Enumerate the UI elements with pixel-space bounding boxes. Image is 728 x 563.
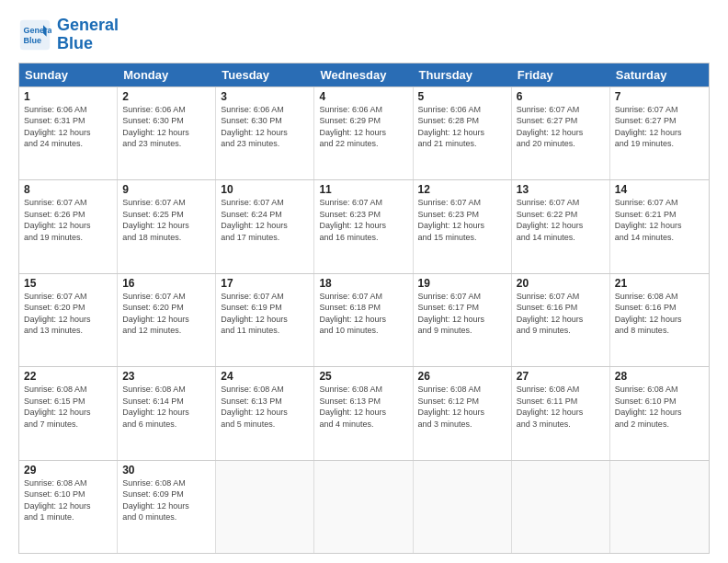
- day-info: Sunrise: 6:06 AMSunset: 6:30 PMDaylight:…: [122, 104, 210, 150]
- day-number: 13: [517, 183, 605, 196]
- day-info: Sunrise: 6:06 AMSunset: 6:31 PMDaylight:…: [24, 104, 112, 150]
- calendar: SundayMondayTuesdayWednesdayThursdayFrid…: [18, 63, 710, 554]
- day-info: Sunrise: 6:07 AMSunset: 6:27 PMDaylight:…: [517, 104, 605, 150]
- day-cell-12: 12 Sunrise: 6:07 AMSunset: 6:23 PMDaylig…: [414, 180, 512, 272]
- calendar-row-4: 22 Sunrise: 6:08 AMSunset: 6:15 PMDaylig…: [19, 366, 709, 459]
- empty-cell: [414, 461, 512, 553]
- day-cell-17: 17 Sunrise: 6:07 AMSunset: 6:19 PMDaylig…: [216, 274, 314, 366]
- day-info: Sunrise: 6:07 AMSunset: 6:24 PMDaylight:…: [221, 197, 309, 243]
- day-cell-11: 11 Sunrise: 6:07 AMSunset: 6:23 PMDaylig…: [314, 180, 413, 272]
- logo-text: General Blue: [57, 17, 119, 53]
- header-day-friday: Friday: [512, 63, 610, 86]
- day-info: Sunrise: 6:08 AMSunset: 6:14 PMDaylight:…: [122, 384, 210, 430]
- day-info: Sunrise: 6:07 AMSunset: 6:21 PMDaylight:…: [615, 197, 704, 243]
- day-number: 24: [221, 370, 309, 383]
- day-number: 25: [319, 370, 407, 383]
- day-cell-29: 29 Sunrise: 6:08 AMSunset: 6:10 PMDaylig…: [19, 461, 118, 553]
- day-cell-7: 7 Sunrise: 6:07 AMSunset: 6:27 PMDayligh…: [610, 87, 709, 179]
- calendar-header: SundayMondayTuesdayWednesdayThursdayFrid…: [19, 63, 709, 86]
- day-number: 10: [221, 183, 309, 196]
- day-cell-28: 28 Sunrise: 6:08 AMSunset: 6:10 PMDaylig…: [610, 367, 709, 459]
- svg-text:General: General: [23, 26, 51, 35]
- day-info: Sunrise: 6:07 AMSunset: 6:23 PMDaylight:…: [319, 197, 407, 243]
- day-cell-25: 25 Sunrise: 6:08 AMSunset: 6:13 PMDaylig…: [314, 367, 413, 459]
- calendar-row-2: 8 Sunrise: 6:07 AMSunset: 6:26 PMDayligh…: [19, 179, 709, 272]
- empty-cell: [610, 461, 709, 553]
- day-number: 19: [418, 277, 506, 290]
- day-info: Sunrise: 6:06 AMSunset: 6:30 PMDaylight:…: [221, 104, 309, 150]
- day-info: Sunrise: 6:07 AMSunset: 6:25 PMDaylight:…: [122, 197, 210, 243]
- day-number: 14: [615, 183, 704, 196]
- day-info: Sunrise: 6:07 AMSunset: 6:20 PMDaylight:…: [122, 291, 210, 337]
- day-cell-8: 8 Sunrise: 6:07 AMSunset: 6:26 PMDayligh…: [19, 180, 118, 272]
- day-number: 5: [418, 90, 506, 103]
- day-info: Sunrise: 6:08 AMSunset: 6:12 PMDaylight:…: [418, 384, 506, 430]
- header-day-wednesday: Wednesday: [314, 63, 413, 86]
- day-info: Sunrise: 6:07 AMSunset: 6:16 PMDaylight:…: [517, 291, 605, 337]
- logo: General Blue General Blue: [18, 17, 119, 53]
- day-number: 16: [122, 277, 210, 290]
- day-info: Sunrise: 6:07 AMSunset: 6:22 PMDaylight:…: [517, 197, 605, 243]
- day-info: Sunrise: 6:07 AMSunset: 6:18 PMDaylight:…: [319, 291, 407, 337]
- day-number: 26: [418, 370, 506, 383]
- header: General Blue General Blue: [18, 17, 710, 53]
- day-number: 27: [517, 370, 605, 383]
- day-cell-5: 5 Sunrise: 6:06 AMSunset: 6:28 PMDayligh…: [414, 87, 512, 179]
- day-info: Sunrise: 6:07 AMSunset: 6:26 PMDaylight:…: [24, 197, 112, 243]
- day-cell-16: 16 Sunrise: 6:07 AMSunset: 6:20 PMDaylig…: [118, 274, 216, 366]
- header-day-saturday: Saturday: [610, 63, 709, 86]
- svg-text:Blue: Blue: [23, 36, 41, 45]
- empty-cell: [216, 461, 314, 553]
- day-number: 21: [615, 277, 704, 290]
- day-info: Sunrise: 6:08 AMSunset: 6:11 PMDaylight:…: [517, 384, 605, 430]
- day-number: 17: [221, 277, 309, 290]
- day-number: 2: [122, 90, 210, 103]
- day-cell-23: 23 Sunrise: 6:08 AMSunset: 6:14 PMDaylig…: [118, 367, 216, 459]
- header-day-thursday: Thursday: [414, 63, 512, 86]
- day-cell-14: 14 Sunrise: 6:07 AMSunset: 6:21 PMDaylig…: [610, 180, 709, 272]
- header-day-tuesday: Tuesday: [216, 63, 314, 86]
- empty-cell: [512, 461, 610, 553]
- day-cell-1: 1 Sunrise: 6:06 AMSunset: 6:31 PMDayligh…: [19, 87, 118, 179]
- calendar-body: 1 Sunrise: 6:06 AMSunset: 6:31 PMDayligh…: [19, 86, 709, 553]
- calendar-row-5: 29 Sunrise: 6:08 AMSunset: 6:10 PMDaylig…: [19, 460, 709, 553]
- day-number: 23: [122, 370, 210, 383]
- day-number: 3: [221, 90, 309, 103]
- day-cell-27: 27 Sunrise: 6:08 AMSunset: 6:11 PMDaylig…: [512, 367, 610, 459]
- day-cell-24: 24 Sunrise: 6:08 AMSunset: 6:13 PMDaylig…: [216, 367, 314, 459]
- day-number: 6: [517, 90, 605, 103]
- header-day-monday: Monday: [118, 63, 216, 86]
- day-cell-6: 6 Sunrise: 6:07 AMSunset: 6:27 PMDayligh…: [512, 87, 610, 179]
- day-cell-3: 3 Sunrise: 6:06 AMSunset: 6:30 PMDayligh…: [216, 87, 314, 179]
- header-day-sunday: Sunday: [19, 63, 118, 86]
- day-number: 15: [24, 277, 112, 290]
- day-info: Sunrise: 6:08 AMSunset: 6:15 PMDaylight:…: [24, 384, 112, 430]
- day-info: Sunrise: 6:08 AMSunset: 6:13 PMDaylight:…: [221, 384, 309, 430]
- calendar-row-1: 1 Sunrise: 6:06 AMSunset: 6:31 PMDayligh…: [19, 86, 709, 179]
- day-cell-26: 26 Sunrise: 6:08 AMSunset: 6:12 PMDaylig…: [414, 367, 512, 459]
- day-cell-22: 22 Sunrise: 6:08 AMSunset: 6:15 PMDaylig…: [19, 367, 118, 459]
- day-number: 4: [319, 90, 407, 103]
- day-cell-9: 9 Sunrise: 6:07 AMSunset: 6:25 PMDayligh…: [118, 180, 216, 272]
- day-number: 20: [517, 277, 605, 290]
- day-info: Sunrise: 6:06 AMSunset: 6:28 PMDaylight:…: [418, 104, 506, 150]
- day-cell-30: 30 Sunrise: 6:08 AMSunset: 6:09 PMDaylig…: [118, 461, 216, 553]
- page: General Blue General Blue SundayMondayTu…: [0, 0, 728, 563]
- day-info: Sunrise: 6:08 AMSunset: 6:10 PMDaylight:…: [615, 384, 704, 430]
- day-number: 1: [24, 90, 112, 103]
- day-cell-2: 2 Sunrise: 6:06 AMSunset: 6:30 PMDayligh…: [118, 87, 216, 179]
- day-cell-18: 18 Sunrise: 6:07 AMSunset: 6:18 PMDaylig…: [314, 274, 413, 366]
- day-number: 18: [319, 277, 407, 290]
- day-cell-19: 19 Sunrise: 6:07 AMSunset: 6:17 PMDaylig…: [414, 274, 512, 366]
- day-number: 29: [24, 464, 112, 477]
- day-cell-10: 10 Sunrise: 6:07 AMSunset: 6:24 PMDaylig…: [216, 180, 314, 272]
- calendar-row-3: 15 Sunrise: 6:07 AMSunset: 6:20 PMDaylig…: [19, 273, 709, 366]
- day-info: Sunrise: 6:08 AMSunset: 6:09 PMDaylight:…: [122, 477, 210, 523]
- empty-cell: [314, 461, 413, 553]
- day-number: 11: [319, 183, 407, 196]
- day-info: Sunrise: 6:07 AMSunset: 6:17 PMDaylight:…: [418, 291, 506, 337]
- day-number: 22: [24, 370, 112, 383]
- day-number: 7: [615, 90, 704, 103]
- day-number: 30: [122, 464, 210, 477]
- day-number: 8: [24, 183, 112, 196]
